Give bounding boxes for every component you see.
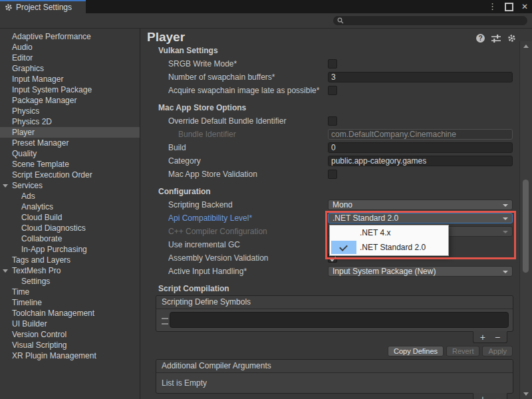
search-input[interactable] [344, 17, 527, 25]
presets-icon[interactable] [491, 35, 501, 43]
sidebar-item-graphics[interactable]: Graphics [0, 63, 140, 74]
sidebar-item-physics[interactable]: Physics [0, 106, 140, 116]
sidebar-item-ui-builder[interactable]: UI Builder [0, 319, 140, 329]
maximize-icon[interactable] [505, 3, 513, 11]
sidebar-item-tags-and-layers[interactable]: Tags and Layers [0, 255, 140, 265]
sidebar-item-version-control[interactable]: Version Control [0, 329, 140, 340]
settings-row-active-input-handling: Active Input Handling*Input System Packa… [140, 265, 519, 278]
settings-row-override-default-bundle-identifier: Override Default Bundle Identifier [140, 114, 519, 128]
section-header-vulkan-settings: Vulkan Settings [140, 44, 519, 57]
sidebar-item-label: Input Manager [12, 74, 63, 84]
sidebar-item-toolchain-management[interactable]: Toolchain Management [0, 308, 140, 319]
define-symbols-footer: + − [156, 332, 513, 344]
sidebar-item-services[interactable]: Services [0, 180, 140, 191]
foldout-triangle-icon[interactable] [3, 269, 8, 273]
kebab-menu-icon[interactable]: ⋮ [488, 0, 497, 13]
sidebar-item-quality[interactable]: Quality [0, 148, 140, 159]
setting-label: Bundle Identifier [178, 128, 236, 141]
sidebar-item-player[interactable]: Player [0, 127, 140, 138]
add-button[interactable]: + [480, 394, 485, 399]
dropdown-popup: .NET 4.x.NET Standard 2.0 [329, 225, 449, 256]
sidebar-item-label: TextMesh Pro [12, 266, 61, 275]
sidebar-item-analytics[interactable]: Analytics [0, 201, 140, 212]
settings-row-srgb-write-mode: SRGB Write Mode* [140, 57, 519, 70]
sidebar-item-label: Settings [21, 277, 50, 286]
checkbox[interactable] [328, 170, 337, 179]
sidebar-item-label: Cloud Diagnostics [21, 223, 86, 233]
sidebar-item-label: Analytics [21, 202, 53, 211]
tab-project-settings[interactable]: Project Settings [0, 0, 86, 13]
text-field[interactable]: public.app-category.games [328, 156, 513, 166]
remove-button[interactable]: − [495, 394, 500, 399]
add-button[interactable]: + [480, 332, 485, 342]
sidebar-item-label: Graphics [12, 64, 44, 73]
sidebar-item-audio[interactable]: Audio [0, 42, 140, 53]
sidebar-item-cloud-build[interactable]: Cloud Build [0, 212, 140, 223]
revert-button[interactable]: Revert [446, 346, 479, 356]
remove-button[interactable]: − [495, 332, 500, 342]
drag-handle-icon[interactable] [162, 318, 168, 325]
help-icon[interactable]: ? [476, 34, 485, 43]
scrollbar-thumb[interactable] [523, 180, 529, 273]
sidebar-item-label: Time [12, 287, 29, 297]
settings-row-mac-app-store-validation: Mac App Store Validation [140, 168, 519, 181]
sidebar-item-preset-manager[interactable]: Preset Manager [0, 138, 140, 148]
sidebar-item-label: Adaptive Performance [12, 32, 91, 41]
sidebar-item-package-manager[interactable]: Package Manager [0, 95, 140, 106]
sidebar-item-label: Physics [12, 106, 39, 116]
checkbox[interactable] [328, 59, 337, 68]
text-field[interactable]: 0 [328, 142, 513, 153]
additional-compiler-arguments-box: Additional Compiler Arguments List is Em… [156, 359, 513, 394]
dropdown[interactable]: Mono [328, 200, 513, 210]
copy-defines-button[interactable]: Copy Defines [388, 346, 444, 356]
gear-icon[interactable] [507, 34, 516, 43]
sidebar-item-label: Tags and Layers [12, 255, 70, 265]
sidebar-item-label: Input System Package [12, 85, 92, 94]
dropdown[interactable]: Input System Package (New) [328, 266, 513, 277]
foldout-triangle-icon[interactable] [3, 184, 8, 188]
sidebar-item-in-app-purchasing[interactable]: In-App Purchasing [0, 244, 140, 255]
settings-row-scripting-backend: Scripting BackendMono [140, 198, 519, 211]
text-field[interactable]: 3 [328, 72, 513, 82]
text-field[interactable]: com.DefaultCompany.Cinemachine [328, 129, 513, 140]
scroll-up-icon[interactable] [523, 45, 529, 48]
sidebar-item-editor[interactable]: Editor [0, 53, 140, 63]
sidebar-item-adaptive-performance[interactable]: Adaptive Performance [0, 31, 140, 42]
chevron-down-icon [503, 231, 508, 233]
sidebar-item-time[interactable]: Time [0, 287, 140, 297]
sidebar-item-xr-plugin-management[interactable]: XR Plugin Management [0, 350, 140, 361]
checkbox[interactable] [328, 116, 337, 126]
sidebar-item-script-execution-order[interactable]: Script Execution Order [0, 170, 140, 180]
dropdown[interactable]: .NET Standard 2.0 [328, 213, 513, 223]
sidebar-item-cloud-diagnostics[interactable]: Cloud Diagnostics [0, 223, 140, 233]
sidebar-item-input-manager[interactable]: Input Manager [0, 74, 140, 84]
sidebar-item-ads[interactable]: Ads [0, 191, 140, 201]
sidebar-item-label: Timeline [12, 298, 42, 307]
sidebar-item-collaborate[interactable]: Collaborate [0, 233, 140, 244]
player-settings-panel: Player ? Vulkan SettingsSRGB Write Mode*… [140, 29, 532, 399]
sidebar-item-settings[interactable]: Settings [0, 276, 140, 287]
apply-button[interactable]: Apply [482, 346, 513, 356]
search-box[interactable] [332, 15, 528, 26]
dropdown-value: .NET Standard 2.0 [332, 213, 398, 223]
sidebar-item-textmesh-pro[interactable]: TextMesh Pro [0, 265, 140, 276]
popup-option-net-4-x[interactable]: .NET 4.x [330, 225, 448, 240]
page-title: Player [147, 30, 185, 45]
sidebar-item-scene-template[interactable]: Scene Template [0, 159, 140, 170]
popup-option-net-standard-2-0[interactable]: .NET Standard 2.0 [330, 240, 448, 255]
sidebar-item-label: In-App Purchasing [21, 245, 87, 254]
checkbox[interactable] [328, 86, 337, 95]
setting-label: C++ Compiler Configuration [168, 225, 267, 238]
sidebar-item-input-system-package[interactable]: Input System Package [0, 84, 140, 95]
sidebar-item-visual-scripting[interactable]: Visual Scripting [0, 340, 140, 350]
sidebar-item-label: Player [12, 128, 35, 137]
sidebar-item-label: Visual Scripting [12, 340, 67, 350]
close-icon[interactable]: ✕ [521, 0, 528, 13]
scroll-down-icon[interactable] [523, 392, 529, 396]
sidebar-item-physics-2d[interactable]: Physics 2D [0, 116, 140, 127]
vertical-scrollbar[interactable] [519, 41, 532, 399]
sidebar-item-label: XR Plugin Management [12, 351, 96, 360]
define-symbol-field[interactable] [170, 312, 509, 328]
sidebar-item-timeline[interactable]: Timeline [0, 297, 140, 308]
setting-label: Acquire swapchain image late as possible… [168, 84, 319, 97]
